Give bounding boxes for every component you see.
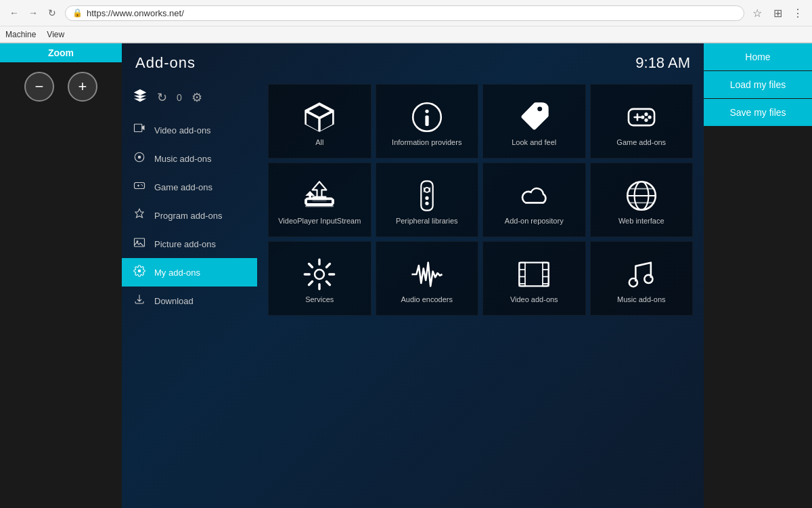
forward-button[interactable]: → bbox=[24, 4, 42, 22]
look-and-feel-label: Look and feel bbox=[512, 137, 556, 147]
services-label: Services bbox=[305, 295, 334, 304]
sidebar-item-my-add-ons[interactable]: My add-ons bbox=[122, 258, 257, 287]
grid-tile-add-on-repository[interactable]: Add-on repository bbox=[482, 163, 586, 237]
videoplayer-inputstream-icon bbox=[302, 178, 337, 216]
machine-menu[interactable]: Machine bbox=[5, 30, 36, 39]
download-label: Download bbox=[154, 296, 194, 306]
main-layout: Zoom − + Add-ons 9:18 AM ↻ 0 ⚙ bbox=[0, 43, 812, 508]
address-bar[interactable] bbox=[87, 8, 737, 18]
sidebar-package-icon[interactable] bbox=[133, 88, 148, 106]
zoom-in-button[interactable]: + bbox=[68, 72, 97, 102]
peripheral-libraries-icon bbox=[409, 178, 445, 216]
grid-tile-music-add-ons-tile[interactable]: Music add-ons bbox=[590, 241, 694, 316]
information-providers-label: Information providers bbox=[392, 137, 461, 147]
grid-tile-services[interactable]: Services bbox=[268, 241, 371, 316]
page-title: Add-ons bbox=[135, 54, 196, 72]
save-files-button[interactable]: Save my files bbox=[704, 99, 812, 126]
program-add-ons-icon bbox=[133, 208, 146, 223]
zoom-panel: Zoom − + bbox=[0, 43, 122, 508]
svg-point-6 bbox=[141, 184, 142, 186]
kodi-time: 9:18 AM bbox=[635, 54, 690, 72]
grid-tile-videoplayer-inputstream[interactable]: VideoPlayer InputStream bbox=[268, 163, 371, 237]
secure-icon: 🔒 bbox=[72, 8, 83, 18]
sidebar-settings-icon[interactable]: ⚙ bbox=[191, 90, 202, 105]
all-label: All bbox=[315, 137, 323, 147]
bookmark-button[interactable]: ☆ bbox=[748, 4, 766, 22]
zoom-controls: − + bbox=[0, 62, 122, 111]
grid-tile-video-add-ons-tile[interactable]: Video add-ons bbox=[482, 241, 586, 316]
extension-button[interactable]: ⊞ bbox=[769, 4, 786, 22]
svg-rect-25 bbox=[421, 181, 432, 210]
audio-encoders-label: Audio encoders bbox=[401, 295, 453, 304]
add-on-repository-label: Add-on repository bbox=[505, 216, 564, 226]
svg-rect-0 bbox=[135, 124, 142, 131]
grid-tile-look-and-feel[interactable]: Look and feel bbox=[482, 84, 586, 158]
grid-tile-information-providers[interactable]: Information providers bbox=[376, 84, 479, 158]
picture-add-ons-label: Picture add-ons bbox=[154, 239, 216, 249]
right-panel: Home Load my files Save my files bbox=[704, 43, 812, 508]
download-icon bbox=[133, 293, 146, 308]
sidebar-item-picture-add-ons[interactable]: Picture add-ons bbox=[122, 230, 257, 258]
address-bar-container: 🔒 bbox=[65, 5, 744, 21]
svg-point-12 bbox=[425, 110, 428, 113]
audio-encoders-icon bbox=[409, 257, 445, 295]
zoom-out-button[interactable]: − bbox=[24, 72, 54, 102]
sidebar-refresh-icon[interactable]: ↻ bbox=[157, 90, 167, 105]
grid-tile-web-interface[interactable]: Web interface bbox=[590, 163, 694, 237]
svg-point-45 bbox=[644, 275, 652, 283]
svg-point-2 bbox=[138, 156, 141, 159]
svg-point-34 bbox=[315, 270, 324, 279]
zoom-header: Zoom bbox=[0, 43, 122, 62]
grid-tile-game-add-ons[interactable]: Game add-ons bbox=[590, 84, 694, 158]
music-add-ons-tile-label: Music add-ons bbox=[617, 295, 666, 304]
browser-chrome: ← → ↻ 🔒 ☆ ⊞ ⋮ Machine View bbox=[0, 0, 812, 43]
back-button[interactable]: ← bbox=[5, 4, 23, 22]
sidebar-counter: 0 bbox=[177, 92, 182, 103]
grid-tiles: AllInformation providersLook and feelGam… bbox=[268, 84, 693, 316]
information-providers-icon bbox=[409, 100, 445, 137]
add-on-repository-icon bbox=[516, 178, 551, 216]
game-add-ons-icon bbox=[133, 179, 146, 194]
toolbar-icons: ☆ ⊞ ⋮ bbox=[748, 4, 807, 22]
game-add-ons-icon bbox=[624, 100, 659, 137]
view-menu[interactable]: View bbox=[47, 30, 64, 39]
grid-tile-audio-encoders[interactable]: Audio encoders bbox=[376, 241, 479, 316]
video-add-ons-tile-icon bbox=[516, 257, 551, 295]
sidebar-item-program-add-ons[interactable]: Program add-ons bbox=[122, 201, 257, 230]
reload-button[interactable]: ↻ bbox=[43, 4, 61, 22]
menu-bar: Machine View bbox=[0, 26, 812, 43]
sidebar-items-list: Video add-onsMusic add-onsGame add-onsPr… bbox=[122, 116, 257, 315]
svg-point-10 bbox=[138, 270, 141, 273]
svg-rect-35 bbox=[520, 263, 549, 287]
svg-point-18 bbox=[648, 115, 651, 119]
sidebar-item-music-add-ons[interactable]: Music add-ons bbox=[122, 144, 257, 173]
grid-area: AllInformation providersLook and feelGam… bbox=[257, 79, 704, 508]
kodi-area: Add-ons 9:18 AM ↻ 0 ⚙ Video add-onsMusic… bbox=[122, 43, 704, 508]
svg-point-20 bbox=[641, 115, 644, 119]
svg-rect-37 bbox=[543, 263, 549, 287]
svg-rect-13 bbox=[425, 115, 428, 126]
video-add-ons-label: Video add-ons bbox=[154, 125, 211, 135]
nav-buttons: ← → ↻ bbox=[5, 4, 61, 22]
game-add-ons-label: Game add-ons bbox=[154, 182, 212, 192]
kodi-content: ↻ 0 ⚙ Video add-onsMusic add-onsGame add… bbox=[122, 79, 704, 508]
sidebar-item-game-add-ons[interactable]: Game add-ons bbox=[122, 173, 257, 201]
my-add-ons-icon bbox=[133, 265, 146, 280]
grid-tile-peripheral-libraries[interactable]: Peripheral libraries bbox=[376, 163, 479, 237]
web-interface-icon bbox=[624, 178, 659, 216]
peripheral-libraries-label: Peripheral libraries bbox=[396, 216, 458, 226]
all-icon bbox=[302, 100, 337, 137]
home-button[interactable]: Home bbox=[704, 43, 812, 70]
sidebar-item-video-add-ons[interactable]: Video add-ons bbox=[122, 116, 257, 144]
music-add-ons-icon bbox=[133, 151, 146, 166]
kodi-header: Add-ons 9:18 AM bbox=[122, 43, 704, 79]
grid-tile-all[interactable]: All bbox=[268, 84, 371, 158]
sidebar-item-download[interactable]: Download bbox=[122, 287, 257, 315]
sidebar: ↻ 0 ⚙ Video add-onsMusic add-onsGame add… bbox=[122, 79, 257, 508]
load-files-button[interactable]: Load my files bbox=[704, 71, 812, 98]
svg-point-44 bbox=[629, 278, 637, 287]
svg-point-17 bbox=[644, 112, 648, 116]
music-add-ons-label: Music add-ons bbox=[154, 154, 212, 164]
video-add-ons-icon bbox=[133, 123, 146, 137]
menu-button[interactable]: ⋮ bbox=[789, 4, 807, 22]
